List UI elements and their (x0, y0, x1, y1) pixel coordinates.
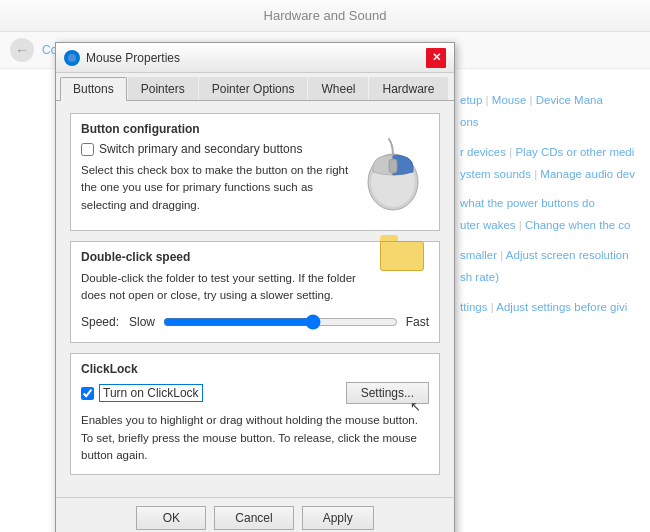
tab-buttons[interactable]: Buttons (60, 77, 127, 101)
speed-row: Speed: Slow Fast (81, 312, 429, 332)
speed-label: Speed: (81, 315, 121, 329)
svg-point-0 (68, 54, 76, 62)
dialog-icon (64, 50, 80, 66)
dialog-footer: OK Cancel Apply (56, 497, 454, 532)
clicklock-section: ClickLock Turn on ClickLock Settings... … (70, 353, 440, 475)
ok-button[interactable]: OK (136, 506, 206, 530)
button-config-title: Button configuration (81, 122, 429, 136)
tab-pointer-options[interactable]: Pointer Options (199, 77, 308, 100)
dialog-titlebar: Mouse Properties ✕ (56, 43, 454, 73)
switch-buttons-row: Switch primary and secondary buttons (81, 142, 351, 156)
folder-icon[interactable] (380, 235, 424, 271)
switch-buttons-checkbox[interactable] (81, 143, 94, 156)
double-click-section: Double-click speed Double-click the fold… (70, 241, 440, 344)
apply-button[interactable]: Apply (302, 506, 374, 530)
switch-buttons-label: Switch primary and secondary buttons (99, 142, 302, 156)
clicklock-description: Enables you to highlight or drag without… (81, 412, 429, 464)
dialog-title: Mouse Properties (86, 51, 426, 65)
clicklock-checkbox[interactable] (81, 387, 94, 400)
speed-slider[interactable] (163, 314, 398, 330)
clicklock-label-box: Turn on ClickLock (99, 384, 203, 402)
clicklock-row: Turn on ClickLock Settings... ↖ (81, 382, 429, 404)
clicklock-title: ClickLock (81, 362, 429, 376)
double-click-title: Double-click speed (81, 250, 429, 264)
double-click-description: Double-click the folder to test your set… (81, 270, 429, 305)
tab-wheel[interactable]: Wheel (308, 77, 368, 100)
tabs-container: Buttons Pointers Pointer Options Wheel H… (56, 73, 454, 101)
button-config-section: Button configuration (70, 113, 440, 231)
tab-hardware[interactable]: Hardware (369, 77, 447, 100)
cursor-arrow-icon: ↖ (410, 399, 421, 414)
clicklock-left: Turn on ClickLock (81, 384, 203, 402)
dialog-body: Button configuration (56, 101, 454, 497)
fast-label: Fast (406, 315, 429, 329)
slow-label: Slow (129, 315, 155, 329)
clicklock-label[interactable]: Turn on ClickLock (103, 386, 199, 400)
tab-pointers[interactable]: Pointers (128, 77, 198, 100)
close-button[interactable]: ✕ (426, 48, 446, 68)
svg-rect-3 (389, 159, 397, 173)
cancel-button[interactable]: Cancel (214, 506, 293, 530)
mouse-illustration (359, 137, 429, 207)
speed-slider-container (163, 312, 398, 332)
mouse-properties-dialog: Mouse Properties ✕ Buttons Pointers Poin… (55, 42, 455, 532)
